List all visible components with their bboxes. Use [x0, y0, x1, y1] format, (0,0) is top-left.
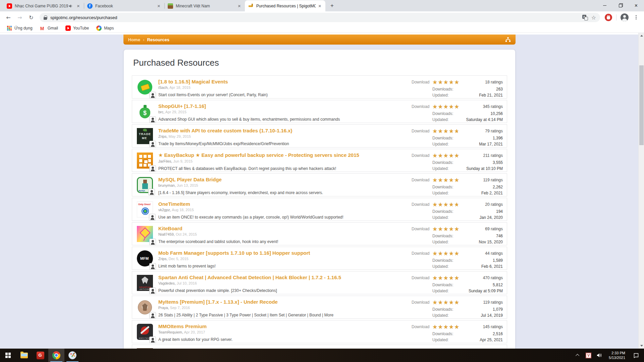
author-avatar-badge[interactable] [149, 92, 156, 99]
resource-author[interactable]: brunyman, [158, 183, 176, 187]
download-link[interactable]: Download [412, 153, 432, 158]
new-tab-button[interactable] [327, 1, 337, 10]
tab-close-button[interactable] [317, 3, 323, 9]
resource-author[interactable]: Zrips, [158, 257, 168, 261]
resource-author[interactable]: JarFiles, [158, 159, 172, 163]
author-avatar-badge[interactable] [149, 337, 156, 343]
download-link[interactable]: Download [412, 80, 432, 84]
download-link[interactable]: Download [412, 227, 432, 231]
back-button[interactable]: ← [4, 13, 13, 22]
author-avatar-badge[interactable] [149, 312, 156, 319]
bookmark-item[interactable]: Maps [96, 25, 114, 31]
restore-button[interactable] [612, 0, 628, 11]
tab-close-button[interactable] [236, 3, 242, 9]
tab-close-button[interactable] [75, 3, 81, 9]
resource-meta: Download 18 ratings Downloads: 263 Updat… [412, 78, 503, 96]
browser-menu-icon[interactable] [632, 13, 640, 21]
adblock-extension-icon[interactable] [605, 14, 612, 21]
bookmark-star-icon[interactable] [591, 14, 596, 21]
easybackup-resource-icon[interactable] [137, 153, 153, 169]
resource-author[interactable]: brc, [158, 110, 164, 114]
author-avatar-badge[interactable] [149, 116, 156, 123]
file-explorer-button[interactable] [16, 349, 32, 362]
scrollbar-up-arrow[interactable] [639, 33, 644, 39]
download-link[interactable]: Download [412, 104, 432, 109]
url-text[interactable]: spigotmc.org/resources/purchased [50, 15, 579, 20]
resource-title-link[interactable]: ★ EasyBackup ★ Easy and powerful backup … [158, 152, 412, 158]
translate-icon[interactable] [582, 15, 588, 20]
address-bar[interactable]: spigotmc.org/resources/purchased [40, 13, 600, 22]
author-avatar-badge[interactable] [149, 165, 156, 172]
profile-avatar[interactable] [621, 13, 629, 21]
resource-author[interactable]: Zrips, [158, 134, 168, 138]
resource-title-link[interactable]: MySQL Player Data Bridge [158, 177, 412, 182]
resource-author[interactable]: Niall7459, [158, 232, 175, 236]
resource-author[interactable]: Vagdedes, [158, 281, 176, 285]
sitemap-icon[interactable] [505, 37, 511, 42]
mfm-resource-icon[interactable] [137, 250, 153, 266]
author-avatar-badge[interactable] [149, 214, 156, 221]
author-avatar-badge[interactable] [149, 288, 156, 294]
resource-author[interactable]: TeamRequiem, [158, 330, 183, 334]
download-link[interactable]: Download [412, 276, 432, 280]
minimize-button[interactable] [597, 0, 612, 11]
author-avatar-badge[interactable] [149, 263, 156, 270]
scrollbar-down-arrow[interactable] [639, 343, 644, 349]
tray-clock[interactable]: 2:33 PM 5/13/2021 [609, 351, 625, 360]
start-button[interactable] [0, 349, 16, 362]
resource-author[interactable]: iSach, [158, 85, 169, 89]
tab-audio-icon[interactable] [69, 4, 73, 8]
action-center-icon[interactable] [629, 353, 643, 358]
mmoitems-resource-icon[interactable] [137, 324, 153, 340]
author-avatar-badge[interactable] [148, 189, 155, 195]
red-g-app-button[interactable] [32, 349, 48, 362]
resource-title-link[interactable]: MMOItems Premium [158, 323, 412, 329]
paint-taskbar-button[interactable] [64, 349, 80, 362]
chrome-taskbar-button[interactable] [48, 349, 64, 362]
resource-title-link[interactable]: [1.8 to 1.16.5] Magical Events [158, 79, 412, 84]
scrollbar-thumb[interactable] [639, 65, 644, 145]
download-link[interactable]: Download [412, 324, 432, 329]
resource-title-link[interactable]: TradeMe with API to create custom trades… [158, 128, 412, 133]
vietkey-tray-icon[interactable] [586, 353, 591, 358]
download-link[interactable]: Download [412, 129, 432, 133]
resource-title-link[interactable]: KiteBoard [158, 226, 412, 231]
resource-title-link[interactable]: Spartan Anti Cheat | Advanced Cheat Dete… [158, 275, 412, 280]
close-window-button[interactable] [628, 0, 644, 11]
forward-button[interactable]: → [15, 13, 24, 22]
download-link[interactable]: Download [412, 251, 432, 256]
browser-tab[interactable]: Purchased Resources | SpigotMC [245, 0, 325, 11]
tab-close-button[interactable] [156, 3, 162, 9]
bookmark-item[interactable]: Ứng dụng [7, 25, 33, 31]
myitems-resource-icon[interactable] [137, 299, 153, 315]
browser-tab[interactable]: Minecraft Việt Nam [164, 0, 245, 11]
browser-tab[interactable]: Facebook [84, 0, 164, 11]
download-link[interactable]: Download [412, 300, 432, 305]
shopgui-resource-icon[interactable] [137, 104, 153, 120]
resource-title-link[interactable]: ShopGUI+ [1.7-1.16] [158, 103, 412, 109]
resource-title-link[interactable]: OneTimeItem [158, 201, 412, 207]
page-scrollbar[interactable] [638, 33, 644, 349]
tray-expand-icon[interactable] [573, 354, 583, 357]
resource-author[interactable]: Praya, [158, 306, 169, 310]
download-link[interactable]: Download [412, 202, 432, 207]
reload-button[interactable]: ↻ [26, 13, 36, 22]
volume-icon[interactable] [597, 353, 602, 358]
breadcrumb-home-link[interactable]: Home [128, 37, 140, 42]
kiteboard-resource-icon[interactable] [137, 226, 153, 242]
resource-title-link[interactable]: MyItems [Premium] [1.7.x - 1.13.x] - Und… [158, 299, 412, 305]
author-avatar-badge[interactable] [149, 239, 156, 245]
onetime-resource-icon[interactable] [137, 201, 153, 218]
bookmark-item[interactable]: Gmail [40, 25, 58, 31]
spartan-resource-icon[interactable] [137, 275, 153, 291]
bookmark-item[interactable]: YouTube [65, 25, 89, 31]
trademe-resource-icon[interactable] [137, 128, 153, 144]
magical-resource-icon[interactable] [137, 79, 153, 95]
mysql-resource-icon[interactable] [137, 177, 153, 193]
ssl-lock-icon[interactable] [44, 15, 47, 20]
download-link[interactable]: Download [412, 178, 432, 182]
resource-author[interactable]: vk2gpz, [158, 208, 171, 212]
browser-tab[interactable]: Nhạc Choi Game PUBG 2019 [3, 0, 84, 11]
author-avatar-badge[interactable] [149, 141, 156, 147]
resource-title-link[interactable]: Mob Farm Manager [supports 1.7.10 up to … [158, 250, 412, 256]
